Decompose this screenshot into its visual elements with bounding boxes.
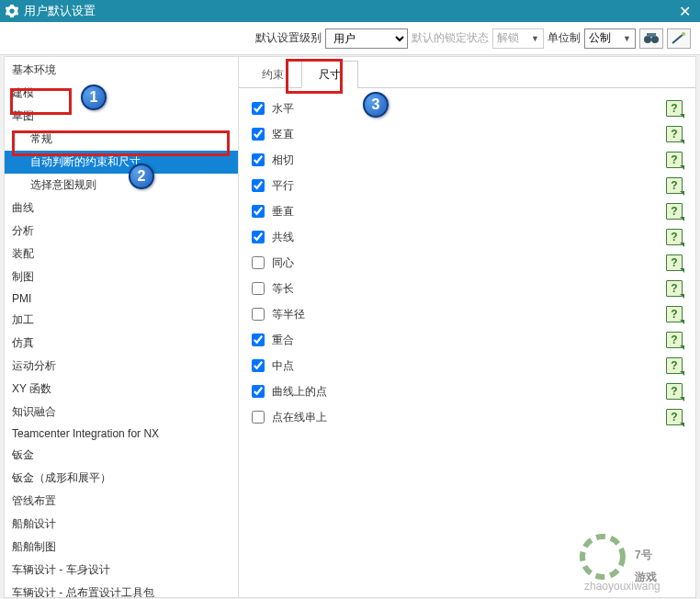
tree-item[interactable]: 基本环境 (5, 59, 238, 82)
tabs: 约束尺寸 (239, 61, 695, 88)
checkbox[interactable] (252, 333, 265, 346)
checkbox[interactable] (252, 385, 265, 398)
binoculars-icon[interactable] (639, 28, 663, 49)
tree-item[interactable]: 车辆设计 - 总布置设计工具包 (5, 582, 238, 597)
watermark-text-1: 7号 (635, 548, 652, 561)
help-icon[interactable]: ? (666, 152, 683, 168)
checkbox[interactable] (252, 256, 265, 269)
check-label: 等长 (272, 281, 666, 297)
checklist: 水平?竖直?相切?平行?垂直?共线?同心?等长?等半径?重合?中点?曲线上的点?… (239, 88, 695, 597)
tree-item[interactable]: PMI (5, 288, 238, 309)
tree-item[interactable]: 装配 (5, 243, 238, 266)
tree-item[interactable]: 分析 (5, 220, 238, 243)
tree-item[interactable]: 曲线 (5, 197, 238, 220)
unit-select[interactable]: 公制▼ (584, 28, 636, 49)
checkbox[interactable] (252, 128, 265, 141)
tree-item[interactable]: 钣金 (5, 444, 238, 467)
check-row: 等长? (250, 276, 684, 301)
check-row: 曲线上的点? (250, 379, 684, 404)
check-row: 重合? (250, 327, 684, 353)
svg-text:zhaoyouxiwang: zhaoyouxiwang (584, 580, 660, 593)
content: 基本环境建模草图常规自动判断的约束和尺寸选择意图规则曲线分析装配制图PMI加工仿… (4, 56, 696, 598)
tree-item[interactable]: 运动分析 (5, 355, 238, 378)
tree-child-item[interactable]: 自动判断的约束和尺寸 (5, 151, 238, 174)
check-row: 垂直? (250, 198, 684, 224)
check-label: 等半径 (272, 307, 666, 322)
tree-item[interactable]: 建模 (5, 82, 238, 105)
checkbox[interactable] (252, 308, 265, 321)
annotation-badge-3: 3 (363, 92, 389, 118)
tree-item[interactable]: 制图 (5, 266, 238, 288)
wand-icon[interactable] (667, 28, 691, 49)
tree-child-item[interactable]: 常规 (5, 128, 238, 151)
tree-item[interactable]: 管线布置 (5, 490, 238, 513)
annotation-badge-2: 2 (129, 164, 154, 189)
tree-item[interactable]: 加工 (5, 309, 238, 332)
tab-1[interactable]: 尺寸 (301, 61, 358, 88)
check-label: 相切 (272, 153, 666, 168)
tree-child-item[interactable]: 选择意图规则 (5, 174, 238, 197)
help-icon[interactable]: ? (666, 177, 683, 194)
level-select[interactable]: 用户 (325, 28, 408, 49)
checkbox[interactable] (252, 153, 265, 166)
checkbox[interactable] (252, 282, 265, 295)
help-icon[interactable]: ? (666, 254, 683, 271)
sidebar[interactable]: 基本环境建模草图常规自动判断的约束和尺寸选择意图规则曲线分析装配制图PMI加工仿… (5, 57, 239, 597)
tree-item[interactable]: 船舶设计 (5, 513, 238, 536)
checkbox[interactable] (252, 359, 265, 372)
tree-item[interactable]: 草图 (5, 105, 238, 128)
unit-label: 单位制 (548, 30, 581, 46)
help-icon[interactable]: ? (666, 203, 683, 220)
help-icon[interactable]: ? (666, 229, 683, 245)
tree-item[interactable]: 仿真 (5, 332, 238, 355)
svg-point-4 (582, 537, 623, 577)
check-row: 共线? (250, 224, 684, 250)
checkbox[interactable] (252, 205, 265, 218)
lock-label: 默认的锁定状态 (412, 30, 489, 46)
check-label: 垂直 (272, 204, 666, 220)
check-label: 竖直 (272, 127, 666, 142)
checkbox[interactable] (252, 179, 265, 192)
help-icon[interactable]: ? (666, 357, 683, 374)
check-label: 重合 (272, 333, 666, 348)
tab-0[interactable]: 约束 (244, 61, 301, 87)
check-row: 同心? (250, 250, 684, 276)
check-row: 点在线串上? (250, 404, 684, 430)
lock-select: 解锁▼ (492, 28, 544, 49)
help-icon[interactable]: ? (666, 306, 683, 322)
checkbox[interactable] (252, 411, 265, 424)
level-label: 默认设置级别 (255, 30, 322, 46)
check-label: 共线 (272, 230, 666, 245)
checkbox[interactable] (252, 102, 265, 115)
help-icon[interactable]: ? (666, 126, 683, 142)
check-row: 相切? (250, 147, 684, 173)
check-row: 竖直? (250, 121, 684, 147)
annotation-badge-1: 1 (81, 85, 107, 110)
checkbox[interactable] (252, 231, 265, 243)
watermark: 7号 游戏 zhaoyouxiwang (566, 529, 694, 593)
tree-item[interactable]: 知识融合 (5, 401, 238, 424)
svg-point-0 (644, 36, 651, 43)
window-title: 用户默认设置 (24, 3, 674, 19)
check-label: 曲线上的点 (272, 384, 666, 400)
close-icon[interactable]: ✕ (674, 3, 694, 20)
help-icon[interactable]: ? (666, 409, 683, 425)
tree-item[interactable]: XY 函数 (5, 378, 238, 401)
check-row: 中点? (250, 353, 684, 379)
help-icon[interactable]: ? (666, 280, 683, 297)
check-row: 平行? (250, 173, 684, 198)
check-label: 点在线串上 (272, 410, 666, 425)
titlebar: 用户默认设置 ✕ (0, 0, 700, 22)
check-label: 中点 (272, 358, 666, 374)
gear-icon (6, 5, 18, 17)
tree-item[interactable]: Teamcenter Integration for NX (5, 424, 238, 444)
toolbar: 默认设置级别 用户 默认的锁定状态 解锁▼ 单位制 公制▼ (0, 22, 700, 55)
tree-item[interactable]: 车辆设计 - 车身设计 (5, 559, 238, 582)
help-icon[interactable]: ? (666, 100, 683, 117)
help-icon[interactable]: ? (666, 332, 683, 348)
tree-item[interactable]: 船舶制图 (5, 536, 238, 559)
svg-point-3 (682, 32, 685, 36)
svg-point-1 (651, 36, 659, 43)
help-icon[interactable]: ? (666, 383, 683, 400)
tree-item[interactable]: 钣金（成形和展平） (5, 467, 238, 490)
